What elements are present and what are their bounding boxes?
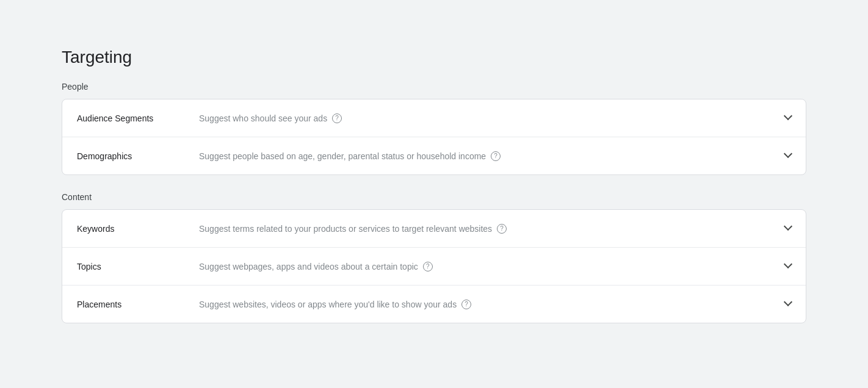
keywords-description: Suggest terms related to your products o…: [199, 224, 775, 234]
audience-segments-description: Suggest who should see your ads ?: [199, 113, 775, 123]
keywords-help-icon[interactable]: ?: [497, 224, 507, 234]
demographics-chevron-icon: [785, 149, 791, 162]
content-section-label: Content: [62, 192, 806, 202]
page-title: Targeting: [62, 48, 806, 67]
people-card: Audience Segments Suggest who should see…: [62, 99, 806, 175]
audience-segments-label: Audience Segments: [77, 113, 199, 123]
audience-segments-chevron-icon: [785, 112, 791, 124]
topics-row[interactable]: Topics Suggest webpages, apps and videos…: [62, 248, 806, 286]
placements-help-icon[interactable]: ?: [461, 300, 471, 309]
topics-description: Suggest webpages, apps and videos about …: [199, 262, 775, 271]
keywords-label: Keywords: [77, 224, 199, 234]
demographics-description: Suggest people based on age, gender, par…: [199, 151, 775, 161]
demographics-help-icon[interactable]: ?: [491, 151, 501, 161]
placements-row[interactable]: Placements Suggest websites, videos or a…: [62, 286, 806, 323]
targeting-page: Targeting People Audience Segments Sugge…: [25, 23, 843, 365]
content-section: Content Keywords Suggest terms related t…: [62, 192, 806, 323]
audience-segments-row[interactable]: Audience Segments Suggest who should see…: [62, 99, 806, 137]
audience-segments-help-icon[interactable]: ?: [332, 113, 342, 123]
people-section-label: People: [62, 82, 806, 92]
demographics-row[interactable]: Demographics Suggest people based on age…: [62, 137, 806, 174]
topics-chevron-icon: [785, 260, 791, 273]
keywords-chevron-icon: [785, 222, 791, 235]
placements-label: Placements: [77, 300, 199, 309]
content-card: Keywords Suggest terms related to your p…: [62, 209, 806, 323]
topics-help-icon[interactable]: ?: [423, 262, 433, 271]
placements-chevron-icon: [785, 298, 791, 311]
people-section: People Audience Segments Suggest who sho…: [62, 82, 806, 175]
topics-label: Topics: [77, 262, 199, 271]
demographics-label: Demographics: [77, 151, 199, 161]
keywords-row[interactable]: Keywords Suggest terms related to your p…: [62, 210, 806, 248]
placements-description: Suggest websites, videos or apps where y…: [199, 300, 775, 309]
